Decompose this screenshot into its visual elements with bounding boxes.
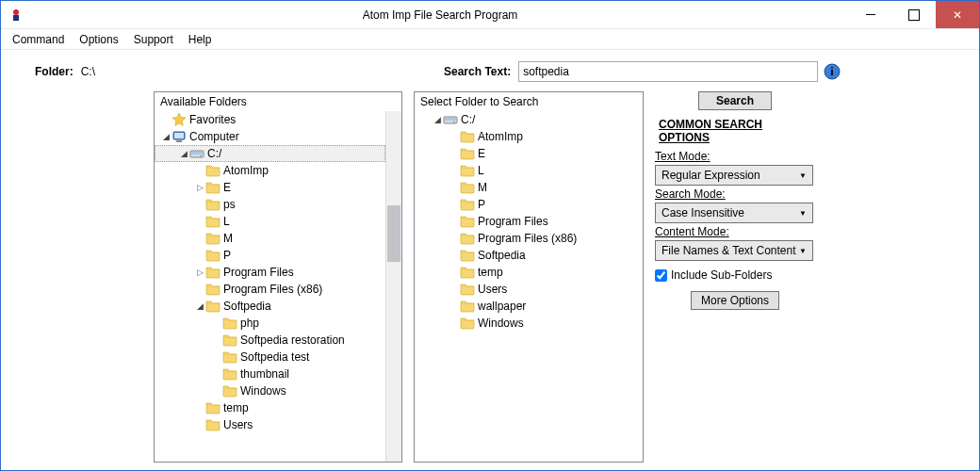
folder-icon [460,163,475,178]
tree-item[interactable]: Program Files (x86) [155,281,385,298]
scrollbar[interactable] [385,111,401,462]
tree-item[interactable]: thumbnail [155,365,385,382]
tree-item[interactable]: C:/ [415,111,643,128]
tree-item-label: Users [223,418,253,431]
svg-rect-6 [176,140,182,142]
folder-icon [205,282,220,297]
app-window: Atom Imp File Search Program Command Opt… [0,0,980,471]
drive-icon [443,112,458,127]
tree-item[interactable]: Softpedia test [155,349,385,365]
search-mode-label: Search Mode: [655,187,815,201]
tree-item[interactable]: AtomImp [155,162,385,179]
tree-item[interactable]: L [415,162,643,179]
scrollbar-thumb[interactable] [387,205,400,262]
tree-item-label: Windows [240,384,286,398]
include-subfolders-check[interactable]: Include Sub-Folders [655,268,815,282]
tree-item[interactable]: temp [155,399,385,416]
computer-icon [172,129,187,144]
tree-item[interactable]: Computer [155,128,385,145]
tree-item[interactable]: Softpedia [155,298,385,315]
tree-item[interactable]: L [155,213,385,230]
tree-item-label: Users [478,283,507,296]
content-mode-select[interactable]: File Names & Text Content ▼ [655,240,813,261]
tree-item[interactable]: P [155,247,385,264]
search-button[interactable]: Search [698,91,772,110]
content-area: Folder: C:\ Search Text: i Available Fol… [1,50,979,470]
tree-item-label: M [478,181,487,194]
tree-item[interactable]: temp [415,264,643,281]
svg-rect-11 [445,118,456,121]
tree-item[interactable]: Program Files [155,264,385,281]
tree-item[interactable]: Users [415,281,643,298]
collapse-icon[interactable] [432,115,443,124]
expand-icon[interactable] [194,183,205,192]
tree-item-label: P [223,249,231,262]
tree-item[interactable]: E [155,179,385,196]
menu-command[interactable]: Command [5,31,72,48]
tree-item-label: AtomImp [478,130,523,143]
collapse-icon[interactable] [194,301,205,311]
tree-item[interactable]: P [415,196,643,213]
menu-help[interactable]: Help [181,31,220,48]
tree-item-label: Softpedia test [240,350,309,364]
search-mode-select[interactable]: Case Insensitive ▼ [655,203,813,223]
folder-icon [460,248,475,263]
tree-item[interactable]: E [415,145,643,162]
folder-icon [205,417,220,432]
folder-label: Folder: [35,65,74,78]
more-options-button[interactable]: More Options [691,291,779,310]
tree-item-label: AtomImp [223,164,269,177]
folder-icon [222,333,237,348]
tree-item-label: C:/ [461,113,475,126]
info-icon[interactable]: i [824,63,841,80]
tree-item[interactable]: M [415,179,643,196]
tree-item[interactable]: php [155,315,385,332]
tree-item-label: temp [478,266,503,279]
folder-icon [460,231,475,246]
available-folders-tree[interactable]: FavoritesComputerC:/AtomImpE psLMPProgra… [155,111,401,462]
menu-options[interactable]: Options [72,31,125,48]
folder-icon [460,316,475,331]
search-input[interactable] [518,61,818,82]
tree-item[interactable]: M [155,230,385,247]
chevron-down-icon: ▼ [799,171,807,180]
tree-item[interactable]: Program Files [415,213,643,230]
select-folder-title: Select Folder to Search [415,92,643,111]
collapse-icon[interactable] [178,149,189,158]
tree-item-label: E [478,147,485,160]
collapse-icon[interactable] [160,132,172,141]
search-text-label: Search Text: [444,65,511,78]
tree-item-label: Program Files [223,266,294,279]
tree-item[interactable]: wallpaper [415,298,643,315]
tree-item[interactable]: AtomImp [415,128,643,145]
folder-icon [460,129,475,144]
tree-item[interactable]: Windows [155,382,385,399]
folder-value: C:\ [81,65,95,78]
menu-support[interactable]: Support [126,31,181,48]
select-folder-tree[interactable]: C:/AtomImpELMPProgram FilesProgram Files… [415,111,643,462]
tree-item-label: Program Files (x86) [223,283,322,296]
include-subfolders-label: Include Sub-Folders [671,268,772,282]
options-header: COMMON SEARCH OPTIONS [655,118,815,144]
titlebar: Atom Imp File Search Program [1,1,979,29]
tree-item[interactable]: C:/ [155,145,385,162]
folder-icon [460,299,475,314]
tree-item[interactable]: Users [155,416,385,433]
folder-icon [205,180,220,195]
tree-item-label: E [223,181,231,194]
tree-item[interactable]: ps [155,196,385,213]
tree-item[interactable]: Softpedia restoration [155,332,385,349]
expand-icon[interactable] [194,268,205,277]
folder-icon [205,231,220,246]
tree-item[interactable]: Favorites [155,111,385,128]
folder-icon [460,180,475,195]
maximize-button[interactable] [892,1,936,28]
folder-icon [222,383,237,398]
tree-item[interactable]: Program Files (x86) [415,230,643,247]
tree-item[interactable]: Softpedia [415,247,643,264]
text-mode-select[interactable]: Regular Expression ▼ [655,165,813,186]
minimize-button[interactable] [849,1,892,28]
include-subfolders-checkbox[interactable] [655,269,667,282]
close-button[interactable] [936,1,979,28]
tree-item[interactable]: Windows [415,315,643,332]
